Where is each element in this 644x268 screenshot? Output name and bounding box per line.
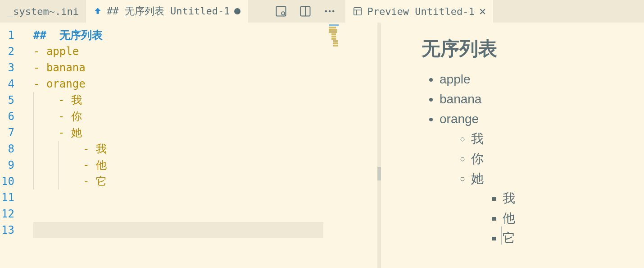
- pane-divider[interactable]: [377, 23, 381, 268]
- split-editor-icon[interactable]: [299, 5, 312, 18]
- code-line[interactable]: - 你: [27, 108, 377, 125]
- line-number: 10: [0, 173, 27, 189]
- code-line[interactable]: - apple: [27, 43, 377, 60]
- svg-point-5: [329, 10, 331, 13]
- svg-point-6: [332, 10, 335, 13]
- list-item: 我: [471, 129, 608, 149]
- code-line[interactable]: - 它: [27, 173, 377, 189]
- code-line[interactable]: - 我: [27, 141, 377, 157]
- svg-point-4: [325, 10, 327, 13]
- open-changes-icon[interactable]: [275, 5, 287, 18]
- preview-heading: 无序列表: [422, 36, 608, 61]
- line-number: 11: [0, 189, 27, 206]
- list-item: orange我你她我他它: [440, 109, 608, 248]
- editor-actions: [266, 0, 345, 23]
- line-number: 3: [0, 60, 27, 76]
- markdown-file-icon: [93, 7, 102, 16]
- tab-preview-untitled[interactable]: Preview Untitled-1 ×: [345, 0, 493, 23]
- preview-caret: [501, 226, 502, 245]
- preview-pane[interactable]: 无序列表 applebananaorange我你她我他它: [381, 23, 644, 268]
- list-item: 你: [471, 149, 608, 169]
- tab-spacer: [248, 0, 266, 23]
- nested-list: 我你她我他它: [440, 129, 608, 248]
- line-number: 6: [0, 108, 27, 125]
- tabs-bar: _system~.ini ## 无序列表 Untitled-1 Preview …: [0, 0, 644, 23]
- line-number: 4: [0, 76, 27, 92]
- line-number-gutter: 12345678910111213: [0, 23, 27, 268]
- dirty-indicator-icon: [234, 8, 240, 14]
- preview-list: applebananaorange我你她我他它: [422, 69, 608, 248]
- list-item: 它: [503, 228, 608, 248]
- code-line[interactable]: - 我: [27, 92, 377, 108]
- code-line[interactable]: - orange: [27, 76, 377, 92]
- content-area: 12345678910111213 ## 无序列表- apple- banana…: [0, 23, 644, 268]
- close-icon[interactable]: ×: [479, 5, 486, 17]
- preview-icon: [353, 6, 363, 16]
- code-line[interactable]: ## 无序列表: [27, 27, 377, 43]
- line-number: 12: [0, 206, 27, 222]
- line-number: 1: [0, 27, 27, 43]
- nested-list: 我他它: [471, 189, 608, 248]
- line-number: 7: [0, 125, 27, 141]
- tab-label: _system~.ini: [7, 6, 79, 17]
- line-number: 8: [0, 141, 27, 157]
- more-actions-icon[interactable]: [323, 5, 336, 18]
- list-item: 她我他它: [471, 169, 608, 248]
- tab-label: ## 无序列表 Untitled-1: [107, 5, 230, 18]
- list-item: 他: [503, 208, 608, 228]
- list-item: 我: [503, 189, 608, 208]
- svg-point-1: [282, 12, 285, 15]
- tab-label: Preview Untitled-1: [367, 6, 474, 17]
- minimap[interactable]: [329, 24, 347, 51]
- list-item: banana: [440, 89, 608, 109]
- tabs-filler: [493, 0, 644, 23]
- code-body[interactable]: ## 无序列表- apple- banana- orange- 我- 你- 她-…: [27, 23, 377, 268]
- line-number: 5: [0, 92, 27, 108]
- tab-editor-untitled[interactable]: ## 无序列表 Untitled-1: [86, 0, 248, 23]
- line-number: 13: [0, 222, 27, 238]
- code-line[interactable]: - 他: [27, 157, 377, 173]
- editor-pane[interactable]: 12345678910111213 ## 无序列表- apple- banana…: [0, 23, 377, 268]
- code-line[interactable]: - 她: [27, 125, 377, 141]
- tab-system-ini[interactable]: _system~.ini: [0, 0, 86, 23]
- svg-rect-7: [354, 8, 362, 15]
- line-number: 9: [0, 157, 27, 173]
- code-line[interactable]: - banana: [27, 60, 377, 76]
- line-number: 2: [0, 43, 27, 60]
- list-item: apple: [440, 69, 608, 89]
